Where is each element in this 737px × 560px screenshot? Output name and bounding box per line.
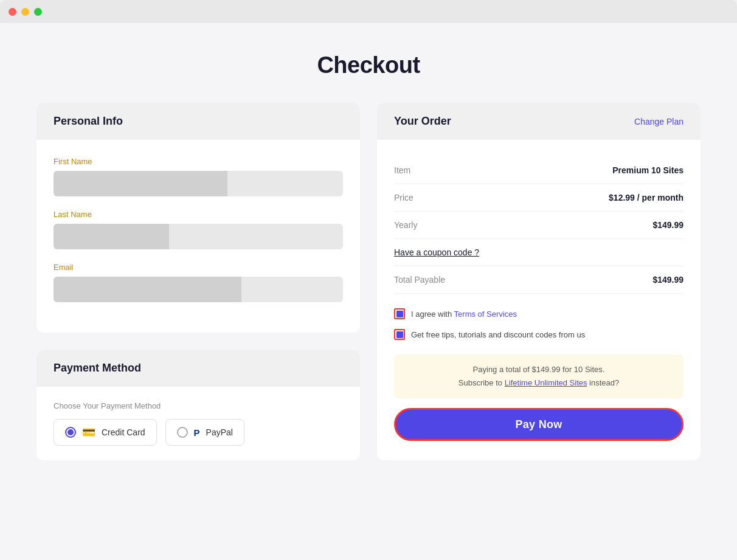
personal-info-title: Personal Info (54, 115, 123, 128)
last-name-label: Last Name (54, 210, 343, 219)
upsell-link[interactable]: Lifetime Unlimited Sites (505, 378, 587, 387)
item-label: Item (394, 165, 410, 175)
email-label: Email (54, 263, 343, 272)
tos-checkbox[interactable] (394, 308, 405, 319)
first-name-group: First Name (54, 157, 343, 196)
your-order-header: Your Order Change Plan (377, 103, 701, 140)
order-total-row: Total Payable $149.99 (394, 266, 683, 294)
credit-card-label: Credit Card (102, 427, 145, 437)
price-value: $12.99 / per month (609, 193, 683, 202)
close-dot[interactable] (9, 8, 16, 16)
email-input[interactable] (54, 277, 343, 302)
pay-now-button[interactable]: Pay Now (394, 408, 683, 441)
payment-method-panel: Payment Method Choose Your Payment Metho… (36, 350, 360, 460)
your-order-body: Item Premium 10 Sites Price $12.99 / per… (377, 140, 701, 458)
tos-link[interactable]: Terms of Services (454, 309, 517, 319)
first-name-input[interactable] (54, 171, 343, 196)
tos-text: I agree with (411, 309, 454, 319)
minimize-dot[interactable] (21, 8, 29, 16)
your-order-title: Your Order (394, 115, 451, 128)
upsell-box: Paying a total of $149.99 for 10 Sites. … (394, 354, 683, 398)
personal-info-body: First Name Last Name Email (36, 140, 360, 333)
credit-card-radio-inner (67, 429, 74, 435)
payment-options: 💳 Credit Card P PayPal (54, 419, 343, 446)
titlebar (0, 0, 737, 23)
yearly-label: Yearly (394, 220, 417, 230)
payment-method-title: Payment Method (54, 362, 141, 375)
credit-card-option[interactable]: 💳 Credit Card (54, 419, 157, 446)
yearly-value: $149.99 (652, 220, 683, 230)
credit-card-icon: 💳 (82, 426, 95, 439)
item-value: Premium 10 Sites (612, 165, 683, 175)
order-price-row: Price $12.99 / per month (394, 184, 683, 212)
order-item-row: Item Premium 10 Sites (394, 157, 683, 184)
left-column: Personal Info First Name Last Name Email (36, 103, 360, 460)
checkout-grid: Personal Info First Name Last Name Email (36, 103, 701, 460)
paypal-icon: P (194, 427, 200, 438)
newsletter-row: Get free tips, tutorials and discount co… (394, 324, 683, 345)
upsell-line2: Subscribe to Lifetime Unlimited Sites in… (405, 376, 673, 390)
maximize-dot[interactable] (34, 8, 42, 16)
personal-info-header: Personal Info (36, 103, 360, 140)
payment-method-header: Payment Method (36, 350, 360, 387)
choose-payment-label: Choose Your Payment Method (54, 401, 343, 410)
your-order-panel: Your Order Change Plan Item Premium 10 S… (377, 103, 701, 460)
paypal-radio[interactable] (177, 427, 188, 438)
last-name-group: Last Name (54, 210, 343, 249)
change-plan-link[interactable]: Change Plan (634, 117, 683, 126)
upsell-post: instead? (587, 378, 619, 387)
personal-info-panel: Personal Info First Name Last Name Email (36, 103, 360, 333)
checkboxes-section: I agree with Terms of Services Get free … (394, 303, 683, 345)
upsell-line1: Paying a total of $149.99 for 10 Sites. (405, 363, 673, 376)
page-title: Checkout (36, 52, 701, 78)
total-label: Total Payable (394, 275, 445, 285)
total-value: $149.99 (652, 275, 683, 285)
last-name-input[interactable] (54, 224, 343, 249)
email-group: Email (54, 263, 343, 302)
newsletter-label: Get free tips, tutorials and discount co… (411, 330, 585, 339)
newsletter-checkbox[interactable] (394, 329, 405, 340)
payment-method-body: Choose Your Payment Method 💳 Credit Card… (36, 387, 360, 460)
price-label: Price (394, 193, 413, 202)
page-content: Checkout Personal Info First Name Last N… (0, 23, 737, 560)
coupon-link[interactable]: Have a coupon code ? (394, 239, 683, 266)
tos-row: I agree with Terms of Services (394, 303, 683, 324)
upsell-pre: Subscribe to (458, 378, 505, 387)
credit-card-radio[interactable] (65, 427, 76, 438)
first-name-label: First Name (54, 157, 343, 166)
tos-label: I agree with Terms of Services (411, 309, 517, 319)
order-yearly-row: Yearly $149.99 (394, 212, 683, 239)
paypal-option[interactable]: P PayPal (165, 419, 244, 446)
paypal-label: PayPal (206, 427, 233, 437)
